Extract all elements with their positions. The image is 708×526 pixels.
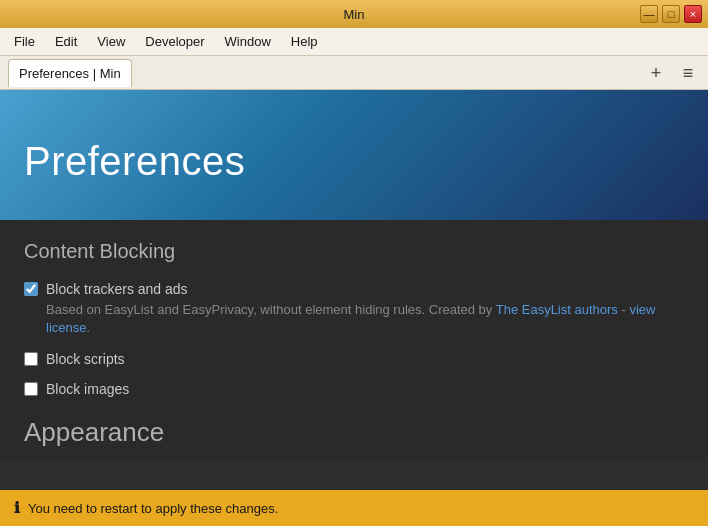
menubar: File Edit View Developer Window Help: [0, 28, 708, 56]
block-scripts-row: Block scripts: [24, 351, 684, 367]
menu-help[interactable]: Help: [283, 31, 326, 52]
pref-item-block-trackers: Block trackers and ads Based on EasyList…: [24, 281, 684, 337]
info-icon: ℹ: [14, 499, 20, 517]
block-images-checkbox[interactable]: [24, 382, 38, 396]
notification-message: You need to restart to apply these chang…: [28, 501, 278, 516]
preferences-title: Preferences: [24, 139, 245, 184]
menu-view[interactable]: View: [89, 31, 133, 52]
menu-window[interactable]: Window: [217, 31, 279, 52]
notification-bar: ℹ You need to restart to apply these cha…: [0, 490, 708, 526]
menu-edit[interactable]: Edit: [47, 31, 85, 52]
content-blocking-title: Content Blocking: [24, 240, 684, 263]
appearance-section: Appearance: [24, 417, 684, 448]
description-prefix: Based on EasyList and EasyPrivacy, witho…: [46, 302, 496, 317]
menu-developer[interactable]: Developer: [137, 31, 212, 52]
menu-button[interactable]: ≡: [676, 61, 700, 85]
window-title: Min: [344, 7, 365, 22]
block-images-label: Block images: [46, 381, 129, 397]
minimize-button[interactable]: —: [640, 5, 658, 23]
preferences-body: Content Blocking Block trackers and ads …: [0, 220, 708, 458]
content-blocking-section: Content Blocking Block trackers and ads …: [24, 240, 684, 397]
close-button[interactable]: ×: [684, 5, 702, 23]
tabbar: Preferences | Min + ≡: [0, 56, 708, 90]
block-trackers-description: Based on EasyList and EasyPrivacy, witho…: [46, 301, 684, 337]
pref-item-block-scripts: Block scripts: [24, 351, 684, 367]
active-tab[interactable]: Preferences | Min: [8, 59, 132, 87]
description-mid: -: [618, 302, 630, 317]
titlebar-buttons: — □ ×: [640, 5, 702, 23]
appearance-title: Appearance: [24, 417, 684, 448]
block-trackers-label: Block trackers and ads: [46, 281, 188, 297]
block-scripts-label: Block scripts: [46, 351, 125, 367]
block-trackers-row: Block trackers and ads: [24, 281, 684, 297]
new-tab-button[interactable]: +: [644, 61, 668, 85]
maximize-button[interactable]: □: [662, 5, 680, 23]
pref-item-block-images: Block images: [24, 381, 684, 397]
menu-file[interactable]: File: [6, 31, 43, 52]
block-trackers-checkbox[interactable]: [24, 282, 38, 296]
titlebar: Min — □ ×: [0, 0, 708, 28]
preferences-hero: Preferences: [0, 90, 708, 220]
description-suffix: .: [86, 320, 90, 335]
tabbar-actions: + ≡: [644, 61, 700, 85]
tab-label: Preferences | Min: [19, 66, 121, 81]
easylist-authors-link[interactable]: The EasyList authors: [496, 302, 618, 317]
block-images-row: Block images: [24, 381, 684, 397]
block-scripts-checkbox[interactable]: [24, 352, 38, 366]
preferences-content: Preferences Content Blocking Block track…: [0, 90, 708, 490]
